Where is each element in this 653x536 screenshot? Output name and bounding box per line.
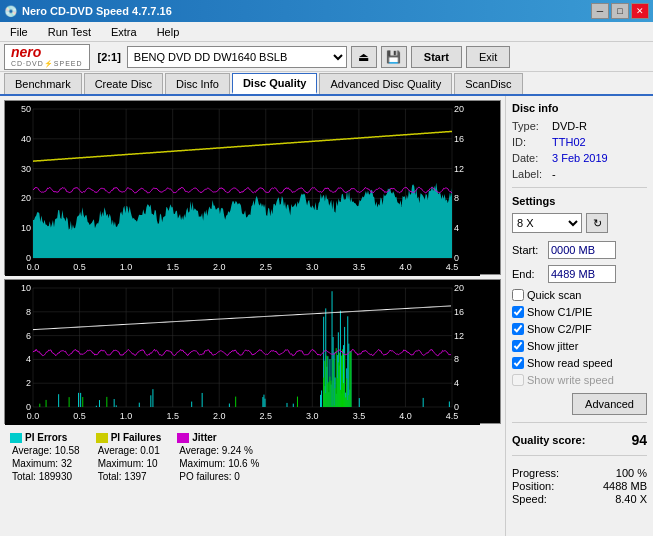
toolbar: nero CD·DVD⚡SPEED [2:1] BENQ DVD DD DW16… bbox=[0, 42, 653, 72]
disc-id-label: ID: bbox=[512, 136, 550, 148]
end-label: End: bbox=[512, 268, 544, 280]
show-jitter-row: Show jitter bbox=[512, 340, 647, 352]
show-c2-row: Show C2/PIF bbox=[512, 323, 647, 335]
progress-section: Progress: 100 % Position: 4488 MB Speed:… bbox=[512, 467, 647, 506]
disc-type-label: Type: bbox=[512, 120, 550, 132]
settings-title: Settings bbox=[512, 195, 647, 207]
start-input[interactable] bbox=[548, 241, 616, 259]
chart-bottom bbox=[4, 279, 501, 424]
show-c1-pie-label: Show C1/PIE bbox=[527, 306, 592, 318]
disc-date-label: Date: bbox=[512, 152, 550, 164]
quality-score-row: Quality score: 94 bbox=[512, 432, 647, 448]
advanced-button[interactable]: Advanced bbox=[572, 393, 647, 415]
progress-row: Progress: 100 % bbox=[512, 467, 647, 479]
show-c2-pif-checkbox[interactable] bbox=[512, 323, 524, 335]
show-c2-pif-label: Show C2/PIF bbox=[527, 323, 592, 335]
show-read-speed-checkbox[interactable] bbox=[512, 357, 524, 369]
progress-label: Progress: bbox=[512, 467, 559, 479]
speed-select[interactable]: 8 X Max 4 X 2 X bbox=[512, 213, 582, 233]
pi-errors-total: Total: 189930 bbox=[10, 471, 80, 482]
pi-errors-label: PI Errors bbox=[25, 432, 67, 443]
menu-bar: File Run Test Extra Help bbox=[0, 22, 653, 42]
start-label: Start: bbox=[512, 244, 544, 256]
disc-info-title: Disc info bbox=[512, 102, 647, 114]
speed-label: Speed: bbox=[512, 493, 547, 505]
disc-type-row: Type: DVD-R bbox=[512, 120, 647, 132]
main-content: PI Errors Average: 10.58 Maximum: 32 Tot… bbox=[0, 96, 653, 536]
progress-value: 100 % bbox=[616, 467, 647, 479]
show-write-speed-label: Show write speed bbox=[527, 374, 614, 386]
show-jitter-checkbox[interactable] bbox=[512, 340, 524, 352]
disc-id-value: TTH02 bbox=[552, 136, 586, 148]
pi-errors-average: Average: 10.58 bbox=[10, 445, 80, 456]
show-c1-row: Show C1/PIE bbox=[512, 306, 647, 318]
disc-date-value: 3 Feb 2019 bbox=[552, 152, 608, 164]
divider-3 bbox=[512, 455, 647, 456]
pi-errors-color-box bbox=[10, 433, 22, 443]
position-value: 4488 MB bbox=[603, 480, 647, 492]
maximize-button[interactable]: □ bbox=[611, 3, 629, 19]
quick-scan-row: Quick scan bbox=[512, 289, 647, 301]
tabs: Benchmark Create Disc Disc Info Disc Qua… bbox=[0, 72, 653, 96]
speed-value: 8.40 X bbox=[615, 493, 647, 505]
drive-label: [2:1] bbox=[98, 51, 121, 63]
window-title: Nero CD-DVD Speed 4.7.7.16 bbox=[22, 5, 172, 17]
disc-date-row: Date: 3 Feb 2019 bbox=[512, 152, 647, 164]
tab-benchmark[interactable]: Benchmark bbox=[4, 73, 82, 94]
jitter-color-box bbox=[177, 433, 189, 443]
save-button[interactable]: 💾 bbox=[381, 46, 407, 68]
show-write-speed-row: Show write speed bbox=[512, 374, 647, 386]
speed-row: Speed: 8.40 X bbox=[512, 493, 647, 505]
jitter-legend: Jitter Average: 9.24 % Maximum: 10.6 % P… bbox=[177, 432, 259, 482]
tab-scandisc[interactable]: ScanDisc bbox=[454, 73, 522, 94]
start-row: Start: bbox=[512, 241, 647, 259]
jitter-maximum: Maximum: 10.6 % bbox=[177, 458, 259, 469]
show-read-speed-row: Show read speed bbox=[512, 357, 647, 369]
legend-area: PI Errors Average: 10.58 Maximum: 32 Tot… bbox=[4, 428, 501, 486]
quick-scan-checkbox[interactable] bbox=[512, 289, 524, 301]
close-button[interactable]: ✕ bbox=[631, 3, 649, 19]
show-write-speed-checkbox bbox=[512, 374, 524, 386]
tab-disc-info[interactable]: Disc Info bbox=[165, 73, 230, 94]
disc-type-value: DVD-R bbox=[552, 120, 587, 132]
position-label: Position: bbox=[512, 480, 554, 492]
pi-errors-maximum: Maximum: 32 bbox=[10, 458, 80, 469]
disc-label-label: Label: bbox=[512, 168, 550, 180]
show-c1-pie-checkbox[interactable] bbox=[512, 306, 524, 318]
pi-failures-total: Total: 1397 bbox=[96, 471, 162, 482]
end-input[interactable] bbox=[548, 265, 616, 283]
jitter-label: Jitter bbox=[192, 432, 216, 443]
menu-run-test[interactable]: Run Test bbox=[42, 24, 97, 40]
tab-create-disc[interactable]: Create Disc bbox=[84, 73, 163, 94]
disc-label-row: Label: - bbox=[512, 168, 647, 180]
jitter-average: Average: 9.24 % bbox=[177, 445, 259, 456]
title-bar: 💿 Nero CD-DVD Speed 4.7.7.16 ─ □ ✕ bbox=[0, 0, 653, 22]
position-row: Position: 4488 MB bbox=[512, 480, 647, 492]
chart-top bbox=[4, 100, 501, 275]
disc-id-row: ID: TTH02 bbox=[512, 136, 647, 148]
speed-settings-row: 8 X Max 4 X 2 X ↻ bbox=[512, 213, 647, 233]
quick-scan-label: Quick scan bbox=[527, 289, 581, 301]
pi-failures-legend: PI Failures Average: 0.01 Maximum: 10 To… bbox=[96, 432, 162, 482]
pi-failures-color-box bbox=[96, 433, 108, 443]
menu-file[interactable]: File bbox=[4, 24, 34, 40]
drive-select[interactable]: BENQ DVD DD DW1640 BSLB bbox=[127, 46, 347, 68]
eject-button[interactable]: ⏏ bbox=[351, 46, 377, 68]
tab-advanced-disc-quality[interactable]: Advanced Disc Quality bbox=[319, 73, 452, 94]
tab-disc-quality[interactable]: Disc Quality bbox=[232, 73, 318, 94]
divider-2 bbox=[512, 422, 647, 423]
quality-score-label: Quality score: bbox=[512, 434, 585, 446]
end-row: End: bbox=[512, 265, 647, 283]
divider-1 bbox=[512, 187, 647, 188]
menu-extra[interactable]: Extra bbox=[105, 24, 143, 40]
show-read-speed-label: Show read speed bbox=[527, 357, 613, 369]
exit-button[interactable]: Exit bbox=[466, 46, 510, 68]
right-panel: Disc info Type: DVD-R ID: TTH02 Date: 3 … bbox=[505, 96, 653, 536]
quality-score-value: 94 bbox=[631, 432, 647, 448]
show-jitter-label: Show jitter bbox=[527, 340, 578, 352]
menu-help[interactable]: Help bbox=[151, 24, 186, 40]
minimize-button[interactable]: ─ bbox=[591, 3, 609, 19]
start-button[interactable]: Start bbox=[411, 46, 462, 68]
refresh-button[interactable]: ↻ bbox=[586, 213, 608, 233]
disc-label-value: - bbox=[552, 168, 556, 180]
